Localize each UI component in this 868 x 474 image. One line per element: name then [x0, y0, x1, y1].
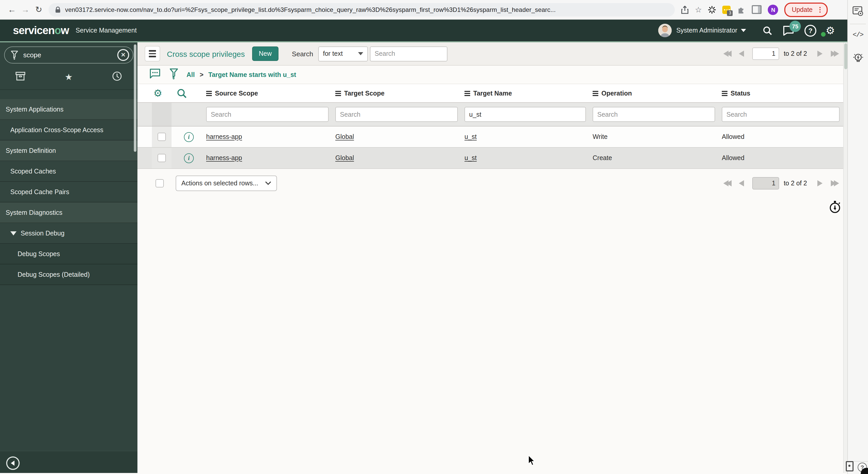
- select-all-checkbox[interactable]: [156, 179, 164, 188]
- page-number-input[interactable]: [752, 177, 779, 190]
- help-icon[interactable]: ?: [804, 25, 816, 36]
- filter-input-source-scope[interactable]: [206, 107, 329, 122]
- cell-source-scope-link[interactable]: harness-app: [206, 155, 242, 162]
- conversations-icon[interactable]: 75: [783, 25, 794, 36]
- reading-list-icon[interactable]: [848, 6, 868, 16]
- chrome-update-button[interactable]: Update ⋮: [784, 2, 828, 17]
- column-header-target-scope[interactable]: Target Scope: [335, 84, 464, 102]
- list-title[interactable]: Cross scope privileges: [167, 49, 245, 58]
- browser-back-icon[interactable]: ←: [5, 5, 19, 14]
- sidebar-scrollbar[interactable]: [134, 44, 136, 152]
- response-time-icon[interactable]: [829, 200, 841, 216]
- last-page-button[interactable]: [831, 180, 839, 187]
- extension-badge: 3: [727, 10, 733, 16]
- list-chat-icon[interactable]: [149, 68, 161, 81]
- last-page-button[interactable]: [831, 50, 839, 57]
- idea-lightbulb-icon[interactable]: [848, 52, 868, 65]
- settings-gear-icon[interactable]: ⚙: [826, 25, 835, 36]
- list-context-menu-icon[interactable]: [145, 46, 160, 62]
- next-page-button[interactable]: [817, 50, 823, 57]
- next-page-button[interactable]: [817, 180, 823, 187]
- cell-status: Allowed: [722, 133, 847, 140]
- column-header-target-name[interactable]: Target Name: [464, 84, 593, 102]
- tab-history[interactable]: [112, 71, 122, 83]
- list-footer-actions: Actions on selected rows... to 2 of 2: [137, 175, 847, 191]
- previous-page-button[interactable]: [739, 50, 744, 57]
- content-scrollbar[interactable]: [843, 42, 847, 473]
- browser-reload-icon[interactable]: ↻: [32, 5, 45, 14]
- column-search-toggle-icon[interactable]: [172, 84, 206, 102]
- browser-forward-icon[interactable]: →: [19, 5, 32, 14]
- sidebar-item-debug-scopes[interactable]: Debug Scopes: [0, 244, 137, 264]
- page-number-input[interactable]: [752, 47, 779, 60]
- browser-menu-icon[interactable]: ⋮: [817, 6, 824, 13]
- filter-input-status[interactable]: [722, 107, 840, 122]
- row-checkbox[interactable]: [158, 154, 166, 162]
- dock-panel-icon[interactable]: [846, 461, 854, 471]
- breadcrumb: All > Target Name starts with u_st: [187, 71, 296, 78]
- servicenow-logo[interactable]: servicenow: [13, 24, 69, 37]
- column-menu-icon[interactable]: [593, 91, 598, 96]
- actions-select[interactable]: Actions on selected rows...: [176, 175, 277, 191]
- breadcrumb-all-link[interactable]: All: [187, 71, 195, 78]
- column-menu-icon[interactable]: [206, 91, 212, 96]
- list-search-input[interactable]: [370, 46, 447, 61]
- sidebar-section-system-applications[interactable]: System Applications: [0, 99, 137, 120]
- global-search-icon[interactable]: [763, 26, 772, 35]
- profile-avatar[interactable]: N: [768, 4, 778, 15]
- record-info-icon[interactable]: i: [184, 132, 194, 142]
- sidebar-item-application-cross-scope-access[interactable]: Application Cross-Scope Access: [0, 120, 137, 140]
- sidebar-item-scoped-caches[interactable]: Scoped Caches: [0, 161, 137, 182]
- sidebar-item-debug-scopes-detailed[interactable]: Debug Scopes (Detailed): [0, 264, 137, 285]
- sidebar-item-session-debug[interactable]: Session Debug: [0, 223, 137, 244]
- clear-filter-icon[interactable]: ✕: [117, 49, 129, 61]
- code-console-icon[interactable]: </>: [848, 31, 868, 39]
- navigator-filter-input[interactable]: [22, 50, 117, 59]
- navigator-filter[interactable]: ✕: [4, 46, 133, 64]
- bookmark-star-icon[interactable]: ☆: [695, 5, 702, 14]
- column-menu-icon[interactable]: [335, 91, 341, 96]
- cell-target-name-link[interactable]: u_st: [464, 155, 476, 162]
- filter-input-target-scope[interactable]: [335, 107, 458, 122]
- search-type-select[interactable]: for text: [318, 46, 368, 61]
- cell-source-scope-link[interactable]: harness-app: [206, 133, 242, 140]
- mouse-cursor: [528, 455, 536, 469]
- cell-target-scope-link[interactable]: Global: [335, 133, 354, 140]
- breadcrumb-filter-link[interactable]: Target Name starts with u_st: [209, 71, 296, 78]
- sidebar-section-system-diagnostics[interactable]: System Diagnostics: [0, 202, 137, 223]
- user-avatar[interactable]: [658, 24, 672, 37]
- column-header-source-scope[interactable]: Source Scope: [206, 84, 335, 102]
- cell-target-scope-link[interactable]: Global: [335, 155, 354, 162]
- list-personalize-gear-icon[interactable]: ⚙: [153, 84, 172, 102]
- extension-spinner-icon[interactable]: [708, 5, 716, 14]
- collapse-sidebar-button[interactable]: [6, 456, 20, 470]
- navigator-menu: System Applications Application Cross-Sc…: [0, 99, 137, 285]
- column-menu-icon[interactable]: [464, 91, 470, 96]
- first-page-button[interactable]: [723, 50, 732, 57]
- new-button[interactable]: New: [252, 46, 278, 61]
- first-page-button[interactable]: [723, 180, 732, 187]
- previous-page-button[interactable]: [739, 180, 744, 187]
- filter-breadcrumb-icon[interactable]: [169, 68, 178, 81]
- tab-favorites[interactable]: ★: [65, 73, 73, 81]
- extensions-puzzle-icon[interactable]: [737, 5, 746, 14]
- address-bar[interactable]: ven03172.service-now.com/nav_to.do?uri=%…: [49, 3, 675, 16]
- side-panel-icon[interactable]: [752, 5, 762, 14]
- row-checkbox[interactable]: [158, 133, 166, 141]
- filter-input-operation[interactable]: [593, 107, 715, 122]
- sidebar-item-scoped-cache-pairs[interactable]: Scoped Cache Pairs: [0, 182, 137, 202]
- current-user-name[interactable]: System Administrator: [676, 27, 737, 34]
- user-menu-caret-icon[interactable]: [741, 29, 746, 32]
- tab-all-applications[interactable]: [16, 72, 25, 82]
- servicenow-header: servicenow Service Management System Adm…: [0, 20, 847, 42]
- share-icon[interactable]: [681, 5, 689, 14]
- record-info-icon[interactable]: i: [184, 153, 194, 163]
- column-menu-icon[interactable]: [722, 91, 727, 96]
- table-row: i harness-app Global u_st Write Allowed: [137, 127, 847, 148]
- cell-target-name-link[interactable]: u_st: [464, 133, 476, 140]
- column-header-operation[interactable]: Operation: [593, 84, 722, 102]
- sidebar-section-system-definition[interactable]: System Definition: [0, 140, 137, 161]
- column-header-status[interactable]: Status: [722, 84, 847, 102]
- filter-input-target-name[interactable]: [464, 107, 586, 122]
- extension-yellow-icon[interactable]: 3: [722, 5, 731, 14]
